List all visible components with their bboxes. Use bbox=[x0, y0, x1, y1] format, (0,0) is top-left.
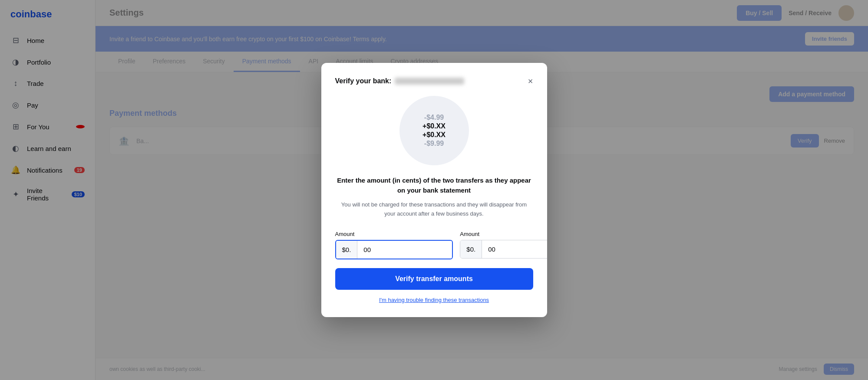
trouble-finding-link[interactable]: I'm having trouble finding these transac… bbox=[335, 297, 533, 303]
circle-amount-2: +$0.XX bbox=[422, 122, 446, 130]
amount-label-2: Amount bbox=[460, 231, 547, 237]
circle-amount-1: -$4.99 bbox=[424, 114, 444, 121]
amount-group-1: Amount $0. bbox=[335, 231, 453, 259]
modal-description-sub: You will not be charged for these transa… bbox=[335, 200, 533, 219]
modal-title: Verify your bank: bbox=[335, 77, 465, 85]
amount-prefix-1: $0. bbox=[336, 241, 358, 259]
circle-amount-4: -$9.99 bbox=[424, 140, 444, 147]
app-container: coinbase ⊟ Home ◑ Portfolio ↕ Trade ◎ Pa… bbox=[0, 0, 868, 380]
circle-amount-3: +$0.XX bbox=[422, 131, 446, 139]
amount-field-1: $0. bbox=[335, 240, 453, 259]
modal-description-main: Enter the amount (in cents) of the two t… bbox=[335, 176, 533, 195]
transfer-amounts-circle: -$4.99 +$0.XX +$0.XX -$9.99 bbox=[399, 96, 469, 165]
amount-label-1: Amount bbox=[335, 231, 453, 237]
amount-prefix-2: $0. bbox=[460, 240, 482, 258]
modal-title-blurred bbox=[395, 78, 464, 85]
amount-group-2: Amount $0. bbox=[460, 231, 547, 259]
modal-header: Verify your bank: × bbox=[335, 77, 533, 85]
verify-bank-modal: Verify your bank: × -$4.99 +$0.XX +$0.XX… bbox=[321, 63, 547, 317]
close-modal-button[interactable]: × bbox=[528, 77, 533, 85]
verify-transfer-amounts-button[interactable]: Verify transfer amounts bbox=[335, 268, 533, 290]
amount-field-2: $0. bbox=[460, 240, 547, 259]
modal-overlay: Verify your bank: × -$4.99 +$0.XX +$0.XX… bbox=[0, 0, 868, 380]
modal-title-text: Verify your bank: bbox=[335, 77, 392, 85]
amount-inputs: Amount $0. Amount $0. bbox=[335, 231, 533, 259]
amount-input-1[interactable] bbox=[357, 241, 452, 259]
amount-input-2[interactable] bbox=[482, 240, 547, 258]
